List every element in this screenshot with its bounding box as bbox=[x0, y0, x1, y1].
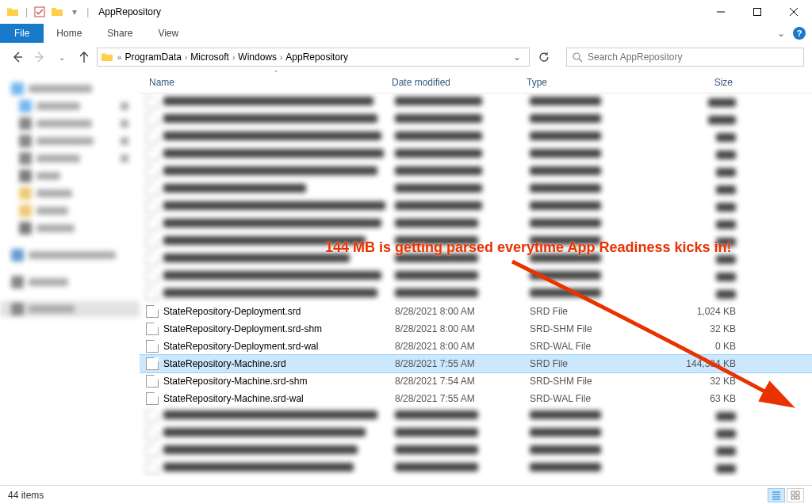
table-row[interactable]: StateRepository-Deployment.srd 8/28/2021… bbox=[140, 303, 812, 320]
file-icon bbox=[146, 375, 159, 388]
details-view-button[interactable] bbox=[768, 488, 785, 502]
navigation-pane[interactable] bbox=[0, 71, 140, 485]
sidebar-item[interactable] bbox=[0, 151, 140, 166]
svg-line-9 bbox=[579, 59, 582, 62]
refresh-button[interactable] bbox=[533, 48, 555, 67]
ribbon-expand-icon[interactable]: ⌄ bbox=[777, 28, 785, 39]
table-row[interactable] bbox=[140, 94, 812, 111]
table-row[interactable]: StateRepository-Machine.srd-shm 8/28/202… bbox=[140, 372, 812, 390]
tab-home[interactable]: Home bbox=[44, 24, 94, 43]
svg-rect-0 bbox=[35, 7, 44, 17]
recent-locations-dropdown[interactable]: ⌄ bbox=[52, 48, 71, 67]
search-input[interactable] bbox=[588, 52, 799, 63]
table-row[interactable] bbox=[140, 285, 812, 303]
file-icon bbox=[146, 166, 159, 178]
table-row[interactable] bbox=[140, 425, 812, 442]
sidebar-item[interactable] bbox=[0, 133, 140, 149]
file-icon bbox=[146, 462, 159, 475]
file-icon bbox=[146, 113, 159, 126]
address-dropdown-icon[interactable]: ⌄ bbox=[508, 52, 526, 63]
svg-rect-2 bbox=[754, 9, 761, 16]
breadcrumb-separator[interactable]: « bbox=[117, 53, 123, 62]
table-row[interactable]: StateRepository-Deployment.srd-shm 8/28/… bbox=[140, 320, 812, 338]
file-type: SRD-WAL File bbox=[530, 393, 657, 404]
table-row[interactable] bbox=[140, 163, 812, 181]
quick-access-dropdown-icon[interactable]: ▾ bbox=[68, 6, 81, 18]
folder-icon bbox=[6, 6, 19, 18]
quick-access-checkbox-icon[interactable] bbox=[33, 6, 46, 18]
sidebar-item[interactable] bbox=[0, 168, 140, 184]
file-icon bbox=[146, 305, 159, 318]
tab-view[interactable]: View bbox=[145, 24, 191, 43]
file-name: StateRepository-Machine.srd-wal bbox=[163, 393, 395, 404]
ribbon-tabs: File Home Share View ⌄ ? bbox=[0, 24, 812, 43]
table-row[interactable]: StateRepository-Machine.srd 8/28/2021 7:… bbox=[140, 355, 812, 372]
table-row[interactable] bbox=[140, 111, 812, 128]
file-size: 0 KB bbox=[657, 341, 752, 352]
column-header-type[interactable]: Type bbox=[527, 77, 653, 88]
quick-access-folder-icon[interactable] bbox=[51, 6, 63, 18]
sidebar-item[interactable] bbox=[0, 116, 140, 132]
navigation-row: ⌄ « ProgramData › Microsoft › Windows › … bbox=[0, 43, 812, 71]
file-name: StateRepository-Deployment.srd bbox=[163, 306, 395, 317]
column-header-name[interactable]: Name bbox=[146, 77, 392, 88]
file-type: SRD-WAL File bbox=[530, 341, 657, 352]
sidebar-item[interactable] bbox=[0, 81, 140, 97]
file-tab[interactable]: File bbox=[0, 24, 44, 43]
file-icon bbox=[146, 445, 159, 457]
file-size: 1,024 KB bbox=[657, 306, 752, 317]
table-row[interactable] bbox=[140, 407, 812, 425]
table-row[interactable] bbox=[140, 181, 812, 198]
window-title: AppRepository bbox=[98, 6, 161, 17]
close-button[interactable] bbox=[776, 0, 812, 24]
sidebar-item[interactable] bbox=[0, 220, 140, 236]
breadcrumb-item[interactable]: AppRepository bbox=[283, 52, 350, 63]
minimize-button[interactable] bbox=[703, 0, 739, 24]
back-button[interactable] bbox=[8, 48, 27, 67]
table-row[interactable] bbox=[140, 268, 812, 285]
folder-icon bbox=[101, 51, 113, 63]
table-row[interactable] bbox=[140, 216, 812, 233]
file-icon bbox=[146, 427, 159, 440]
sidebar-item[interactable] bbox=[0, 203, 140, 219]
up-button[interactable] bbox=[75, 48, 94, 67]
table-row[interactable]: StateRepository-Machine.srd-wal 8/28/202… bbox=[140, 390, 812, 407]
help-icon[interactable]: ? bbox=[793, 27, 806, 40]
file-icon bbox=[146, 340, 159, 353]
sort-indicator-icon: ˄ bbox=[274, 70, 278, 78]
file-type: SRD File bbox=[530, 358, 657, 369]
file-icon bbox=[146, 253, 159, 265]
breadcrumb-item[interactable]: Microsoft bbox=[188, 52, 232, 63]
table-row[interactable] bbox=[140, 233, 812, 250]
tab-share[interactable]: Share bbox=[94, 24, 145, 43]
sidebar-item[interactable] bbox=[0, 247, 140, 263]
sidebar-item[interactable] bbox=[0, 98, 140, 114]
column-header-date[interactable]: Date modified bbox=[392, 77, 527, 88]
table-row[interactable] bbox=[140, 442, 812, 460]
sidebar-item[interactable] bbox=[0, 301, 140, 317]
file-icon bbox=[146, 131, 159, 143]
file-icon bbox=[146, 148, 159, 161]
search-box[interactable] bbox=[566, 48, 804, 67]
address-bar[interactable]: « ProgramData › Microsoft › Windows › Ap… bbox=[97, 48, 530, 67]
file-date: 8/28/2021 7:54 AM bbox=[395, 376, 530, 387]
table-row[interactable]: StateRepository-Deployment.srd-wal 8/28/… bbox=[140, 338, 812, 355]
svg-rect-17 bbox=[796, 496, 799, 499]
file-name: StateRepository-Machine.srd bbox=[163, 358, 395, 369]
thumbnails-view-button[interactable] bbox=[787, 488, 804, 502]
table-row[interactable] bbox=[140, 198, 812, 216]
breadcrumb-item[interactable]: Windows bbox=[236, 52, 279, 63]
sidebar-item[interactable] bbox=[0, 274, 140, 290]
file-list: ˄ Name Date modified Type Size bbox=[140, 71, 812, 485]
maximize-button[interactable] bbox=[739, 0, 776, 24]
table-row[interactable] bbox=[140, 460, 812, 477]
table-row[interactable] bbox=[140, 250, 812, 268]
table-row[interactable] bbox=[140, 146, 812, 163]
file-type: SRD-SHM File bbox=[530, 376, 657, 387]
column-header-size[interactable]: Size bbox=[653, 77, 749, 88]
breadcrumb-item[interactable]: ProgramData bbox=[123, 52, 184, 63]
search-icon bbox=[572, 52, 583, 63]
sidebar-item[interactable] bbox=[0, 185, 140, 201]
table-row[interactable] bbox=[140, 128, 812, 146]
forward-button[interactable] bbox=[30, 48, 49, 67]
